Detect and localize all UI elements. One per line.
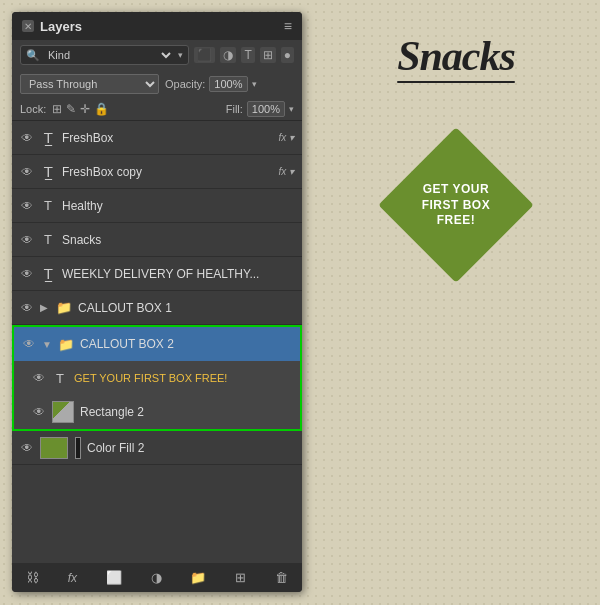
layer-freshbox[interactable]: 👁 T̲ FreshBox fx ▾ (12, 121, 302, 155)
lock-move-icon[interactable]: ✛ (80, 102, 90, 116)
lock-draw-icon[interactable]: ✎ (66, 102, 76, 116)
fx-badge: fx ▾ (278, 166, 294, 177)
opacity-value[interactable]: 100% (209, 76, 247, 92)
mask-thumbnail (75, 437, 81, 459)
filter-search-box[interactable]: 🔍 Kind Name Effect ▾ (20, 45, 189, 65)
folder-icon: 📁 (56, 300, 72, 315)
eye-icon[interactable]: 👁 (20, 131, 34, 145)
eye-icon[interactable]: 👁 (32, 371, 46, 385)
layer-snacks[interactable]: 👁 T Snacks (12, 223, 302, 257)
filter-shape-icon[interactable]: ● (281, 47, 294, 63)
layer-healthy[interactable]: 👁 T Healthy (12, 189, 302, 223)
fx-badge: fx ▾ (278, 132, 294, 143)
expand-arrow[interactable]: ▶ (40, 302, 50, 313)
blend-mode-select[interactable]: Pass Through Normal Multiply Screen Over… (20, 74, 159, 94)
layer-weekly[interactable]: 👁 T̲ WEEKLY DELIVERY OF HEALTHY... (12, 257, 302, 291)
layer-name: WEEKLY DELIVERY OF HEALTHY... (62, 267, 294, 281)
layer-getyourfirst[interactable]: 👁 T GET YOUR FIRST BOX FREE! (14, 361, 300, 395)
lock-icons: ⊞ ✎ ✛ 🔒 (52, 102, 109, 116)
adjustment-icon[interactable]: ◑ (147, 568, 166, 587)
delete-icon[interactable]: 🗑 (271, 568, 292, 587)
lock-all-icon[interactable]: 🔒 (94, 102, 109, 116)
filter-dropdown-arrow: ▾ (178, 50, 183, 60)
snacks-logo: Snacks (397, 32, 515, 80)
type-warped-icon: T̲ (40, 130, 56, 146)
link-icon[interactable]: ⛓ (22, 568, 43, 587)
panel-title: Layers (40, 19, 82, 34)
diamond-badge-container: GET YOUR FIRST BOX FREE! (391, 140, 521, 270)
layers-list: 👁 T̲ FreshBox fx ▾ 👁 T̲ FreshBox copy fx… (12, 121, 302, 563)
lock-row: Lock: ⊞ ✎ ✛ 🔒 Fill: 100% ▾ (12, 98, 302, 121)
new-group-icon[interactable]: 📁 (186, 568, 210, 587)
badge-line3: FREE! (437, 213, 476, 227)
filter-row: 🔍 Kind Name Effect ▾ ⬛ ◑ T ⊞ ● (12, 40, 302, 70)
eye-icon[interactable]: 👁 (20, 233, 34, 247)
fill-dropdown-arrow[interactable]: ▾ (289, 104, 294, 114)
layer-rect2[interactable]: 👁 Rectangle 2 (14, 395, 300, 429)
opacity-row: Opacity: 100% ▾ (165, 76, 294, 92)
fx-icon[interactable]: fx (64, 569, 81, 587)
lock-label: Lock: (20, 103, 46, 115)
eye-icon[interactable]: 👁 (32, 405, 46, 419)
mask-icon[interactable]: ⬜ (102, 568, 126, 587)
titlebar-left: ✕ Layers (22, 19, 82, 34)
opacity-dropdown-arrow[interactable]: ▾ (252, 79, 257, 89)
panel-footer: ⛓ fx ⬜ ◑ 📁 ⊞ 🗑 (12, 563, 302, 592)
eye-icon[interactable]: 👁 (20, 301, 34, 315)
filter-type-icon[interactable]: T (241, 47, 254, 63)
layer-colorfill[interactable]: 👁 Color Fill 2 (12, 431, 302, 465)
layer-name: Snacks (62, 233, 294, 247)
type-warped-icon: T̲ (40, 164, 56, 180)
expand-arrow[interactable]: ▼ (42, 339, 52, 350)
filter-kind-select[interactable]: Kind Name Effect (44, 48, 174, 62)
diamond-badge: GET YOUR FIRST BOX FREE! (378, 127, 534, 283)
eye-icon[interactable]: 👁 (22, 337, 36, 351)
layer-callout2[interactable]: 👁 ▼ 📁 CALLOUT BOX 2 (14, 327, 300, 361)
panel-close-button[interactable]: ✕ (22, 20, 34, 32)
layer-name: Healthy (62, 199, 294, 213)
filter-type-icons: ⬛ ◑ T ⊞ ● (194, 47, 294, 63)
type-icon: T (52, 371, 68, 386)
blend-mode-row: Pass Through Normal Multiply Screen Over… (12, 70, 302, 98)
layer-freshbox-copy[interactable]: 👁 T̲ FreshBox copy fx ▾ (12, 155, 302, 189)
layer-name: CALLOUT BOX 2 (80, 337, 292, 351)
layer-callout1[interactable]: 👁 ▶ 📁 CALLOUT BOX 1 (12, 291, 302, 325)
eye-icon[interactable]: 👁 (20, 199, 34, 213)
fill-label: Fill: (226, 103, 243, 115)
layer-name: Rectangle 2 (80, 405, 292, 419)
callout-box-2-group: 👁 ▼ 📁 CALLOUT BOX 2 👁 T GET YOUR FIRST B… (12, 325, 302, 431)
filter-smart-icon[interactable]: ⊞ (260, 47, 276, 63)
type-icon: T (40, 198, 56, 213)
layer-thumbnail (40, 437, 68, 459)
filter-adjust-icon[interactable]: ◑ (220, 47, 236, 63)
layers-panel: ✕ Layers ≡ 🔍 Kind Name Effect ▾ ⬛ ◑ T ⊞ … (12, 12, 302, 592)
type-warped-icon: T̲ (40, 266, 56, 282)
layer-name: CALLOUT BOX 1 (78, 301, 294, 315)
search-icon: 🔍 (26, 49, 40, 62)
type-icon: T (40, 232, 56, 247)
eye-icon[interactable]: 👁 (20, 165, 34, 179)
layer-name: Color Fill 2 (87, 441, 294, 455)
layer-name: FreshBox copy (62, 165, 272, 179)
fill-value[interactable]: 100% (247, 101, 285, 117)
layer-name: GET YOUR FIRST BOX FREE! (74, 372, 292, 384)
panel-titlebar: ✕ Layers ≡ (12, 12, 302, 40)
eye-icon[interactable]: 👁 (20, 441, 34, 455)
layer-name: FreshBox (62, 131, 272, 145)
badge-line1: GET YOUR (423, 182, 489, 196)
new-layer-icon[interactable]: ⊞ (231, 568, 250, 587)
diamond-text: GET YOUR FIRST BOX FREE! (417, 177, 496, 234)
badge-line2: FIRST BOX (422, 197, 491, 211)
filter-pixel-icon[interactable]: ⬛ (194, 47, 215, 63)
opacity-label: Opacity: (165, 78, 205, 90)
right-content: Snacks GET YOUR FIRST BOX FREE! (312, 12, 600, 592)
folder-icon: 📁 (58, 337, 74, 352)
fill-row: Fill: 100% ▾ (226, 101, 294, 117)
layer-thumbnail (52, 401, 74, 423)
panel-menu-icon[interactable]: ≡ (284, 18, 292, 34)
eye-icon[interactable]: 👁 (20, 267, 34, 281)
lock-pixel-icon[interactable]: ⊞ (52, 102, 62, 116)
